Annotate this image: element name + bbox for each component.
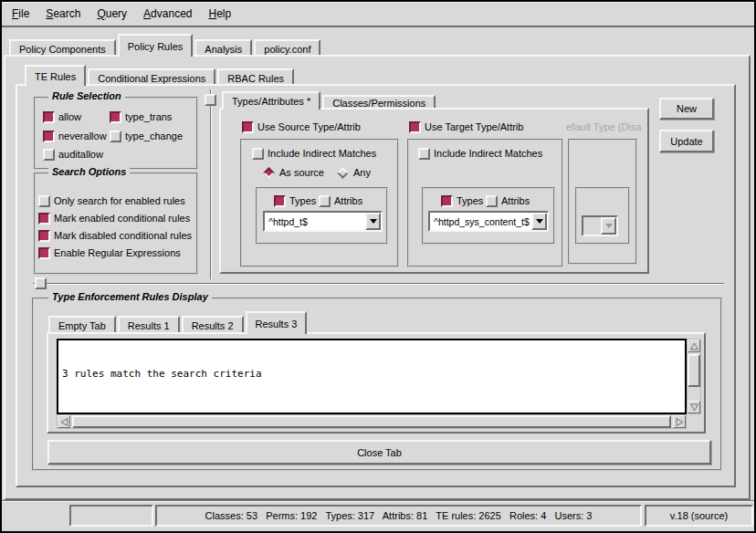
target-type-combobox[interactable]: ^httpd_sys_content_t$ <box>428 211 549 232</box>
source-type-combobox[interactable]: ^httpd_t$ <box>263 211 383 232</box>
checkbox-target-indirect[interactable]: Include Indirect Matches <box>418 146 542 161</box>
checkbox-indicator <box>242 121 254 133</box>
app-window: File Search Query Advanced Help Policy C… <box>0 0 756 533</box>
radio-indicator <box>336 166 350 180</box>
checkbox-indicator <box>441 195 453 207</box>
results-textarea[interactable]: 3 rules match the search criteria (5822)… <box>57 339 687 414</box>
checkbox-indicator <box>486 195 498 207</box>
radio-as-source[interactable]: As source <box>262 165 324 180</box>
checkbox-source-indirect[interactable]: Include Indirect Matches <box>252 146 376 161</box>
status-empty-box <box>69 505 153 527</box>
horizontal-scrollbar[interactable] <box>57 414 687 429</box>
checkbox-source-attribs[interactable]: Attribs <box>319 193 362 208</box>
statusbar-separator <box>2 500 754 502</box>
status-version: v.18 (source) <box>645 505 753 527</box>
checkbox-indicator <box>418 148 430 160</box>
menu-query[interactable]: Query <box>97 7 127 20</box>
checkbox-indicator <box>409 121 421 133</box>
checkbox-indicator <box>274 195 286 207</box>
radio-any[interactable]: Any <box>336 165 371 180</box>
checkbox-use-target[interactable]: Use Target Type/Attrib <box>409 120 523 134</box>
up-arrow-icon[interactable] <box>688 340 700 352</box>
tab-results-3[interactable]: Results 3 <box>246 311 308 334</box>
menu-advanced[interactable]: Advanced <box>143 7 192 20</box>
scrollbar-thumb[interactable] <box>72 415 671 428</box>
tab-te-rules[interactable]: TE Rules <box>25 65 86 86</box>
menu-help[interactable]: Help <box>208 7 231 20</box>
close-tab-button[interactable]: Close Tab <box>47 440 711 465</box>
radio-indicator <box>262 166 276 180</box>
tab-policy-rules[interactable]: Policy Rules <box>118 34 194 57</box>
default-type-label: efault Type (Disa <box>566 121 641 132</box>
results-header: 3 rules match the search criteria <box>62 368 681 381</box>
vertical-scrollbar[interactable] <box>687 339 701 414</box>
left-arrow-icon[interactable] <box>58 415 70 428</box>
checkbox-indicator <box>319 195 331 207</box>
main-tabs: Policy Components Policy Rules Analysis … <box>9 34 320 57</box>
default-type-combobox <box>582 215 618 236</box>
dropdown-arrow-icon[interactable] <box>365 213 381 230</box>
vertical-sash-handle[interactable] <box>205 94 216 106</box>
down-arrow-icon[interactable] <box>688 401 700 413</box>
dropdown-arrow-icon[interactable] <box>531 213 547 230</box>
checkbox-target-types[interactable]: Types <box>441 193 483 208</box>
checkbox-indicator <box>252 148 264 160</box>
right-arrow-icon[interactable] <box>673 415 686 428</box>
menu-search[interactable]: Search <box>46 7 80 20</box>
checkbox-source-types[interactable]: Types <box>274 193 316 208</box>
checkbox-target-attribs[interactable]: Attribs <box>486 193 530 208</box>
checkbox-use-source[interactable]: Use Source Type/Attrib <box>242 120 361 134</box>
dropdown-arrow-icon <box>601 217 616 235</box>
scrollbar-thumb[interactable] <box>688 354 700 387</box>
menu-file[interactable]: File <box>12 7 29 20</box>
horizontal-sash-handle[interactable] <box>35 277 47 289</box>
status-stats: Classes: 53 Perms: 192 Types: 317 Attrib… <box>155 505 642 527</box>
tab-types-attributes[interactable]: Types/Attributes * <box>222 91 320 110</box>
menubar: File Search Query Advanced Help <box>2 2 754 27</box>
